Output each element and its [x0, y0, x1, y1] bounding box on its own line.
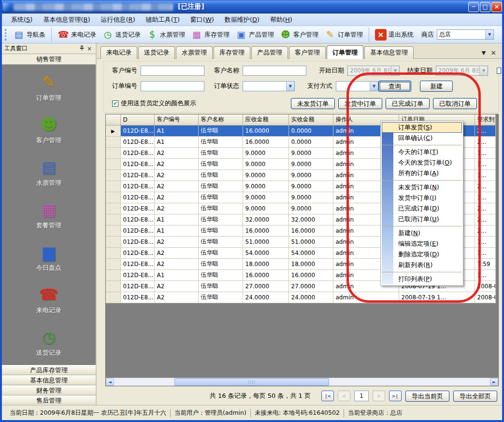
minimize-button[interactable]: ─	[468, 2, 479, 12]
column-header-customer-name[interactable]: 客户名称	[198, 114, 243, 125]
toolbar-button[interactable]: ✎ 订单管理	[321, 28, 366, 42]
context-menu-item[interactable]: 打印列表(P)	[382, 272, 462, 284]
status-bar: 当前日期：2009年6月8日星期一 农历己丑[牛]年五月十六 当前用户：管理员(…	[2, 406, 502, 420]
context-menu-item[interactable]: 未发货订单(N)	[382, 180, 462, 193]
next-page-button[interactable]: >	[373, 391, 385, 401]
sidebar-section-bar[interactable]: 基本信息管理	[2, 375, 96, 385]
enable-checkbox[interactable]	[497, 68, 501, 74]
end-date-picker[interactable]: 2009年 6月 8日 ▼	[436, 66, 488, 76]
prev-page-button[interactable]: <	[338, 391, 350, 401]
column-header-customer-code[interactable]: 客户编号	[154, 114, 198, 125]
menu-item[interactable]: 系统(S)	[6, 14, 38, 26]
toolbar-button[interactable]: ◷ 送货记录	[99, 28, 144, 42]
sidebar-item[interactable]: ☎ 来电记录	[2, 284, 96, 322]
start-date-label: 开始日期	[319, 66, 344, 75]
sidebar-item[interactable]: ✎ 订单管理	[2, 71, 96, 109]
context-menu-item[interactable]: 今天的订单(T)	[382, 145, 462, 157]
shop-combobox[interactable]: 总店 ▼	[437, 29, 494, 40]
context-menu-item[interactable]: 删除选定项(D)	[382, 249, 462, 260]
calendar-grid-icon: ▦	[191, 29, 202, 41]
column-header-id[interactable]: D	[120, 114, 154, 125]
toolbar-button[interactable]: $ 水票管理	[144, 28, 188, 42]
first-page-button[interactable]: |<	[321, 391, 334, 401]
tab[interactable]: 送货记录	[138, 46, 175, 59]
tab[interactable]: 客户管理	[289, 46, 326, 59]
menu-item[interactable]: 窗口(W)	[185, 14, 219, 26]
maximize-button[interactable]: □	[480, 2, 490, 12]
tab[interactable]: 水票管理	[176, 46, 213, 59]
horizontal-scrollbar[interactable]: ◄ ►	[106, 378, 498, 386]
sidebar-section-bar[interactable]: 财务管理	[2, 385, 96, 395]
tab[interactable]: 来电记录	[101, 46, 137, 59]
tab[interactable]: 订单管理	[327, 45, 363, 59]
tab-dropdown-icon[interactable]: ▼	[482, 50, 486, 56]
order-status-filter-button[interactable]: 已完成订单	[386, 98, 430, 109]
sidebar-section-sales[interactable]: 销售管理	[2, 54, 96, 65]
context-menu-item[interactable]: 刷新列表(R)	[382, 260, 462, 270]
last-page-button[interactable]: >|	[389, 391, 402, 401]
column-header-selector[interactable]	[106, 114, 120, 125]
toolbar-button[interactable]: ☎ 来电记录	[51, 28, 99, 42]
tab-close-icon[interactable]: ×	[490, 49, 496, 56]
tab[interactable]: 基本信息管理	[364, 46, 414, 59]
sidebar-item[interactable]: ◷ 送货记录	[2, 326, 96, 364]
sidebar-item[interactable]: ☻ 客户管理	[2, 114, 96, 152]
customer-code-input[interactable]	[141, 66, 204, 76]
customer-name-label: 客户名称	[214, 66, 239, 75]
close-button[interactable]: ×	[491, 2, 502, 12]
scroll-right-icon[interactable]: ►	[490, 378, 498, 386]
toolbar-button[interactable]: ▤ 导航条	[10, 28, 48, 42]
context-menu-item[interactable]: 编辑选定项(E)	[382, 239, 462, 249]
menu-item[interactable]: 运行信息(R)	[96, 14, 141, 26]
pin-icon[interactable]	[78, 45, 86, 52]
sidebar-section-bar[interactable]: 售后管理	[2, 395, 96, 406]
scrollbar-thumb[interactable]	[174, 378, 329, 386]
color-display-checkbox[interactable]: ✔	[112, 100, 118, 107]
toolbar-button[interactable]: ▣ 产品管理	[232, 28, 277, 42]
query-button[interactable]: 查询	[378, 81, 411, 92]
context-menu-item[interactable]: 已完成订单(D)	[382, 203, 462, 214]
order-status-filter-button[interactable]: 发货中订单	[338, 98, 382, 109]
new-button[interactable]: 新建	[420, 81, 453, 92]
menu-item[interactable]: 辅助工具(T)	[141, 14, 185, 26]
sidebar-item[interactable]: ▤ 水票管理	[2, 156, 96, 194]
context-menu-item[interactable]: 发货中订单(I)	[382, 193, 462, 203]
order-status-filter-button[interactable]: 已取消订单	[433, 98, 477, 109]
export-current-page-button[interactable]: 导出当前页	[405, 391, 449, 402]
customer-name-input[interactable]	[243, 66, 306, 76]
sidebar-item[interactable]: ▦ 套餐管理	[2, 199, 96, 237]
column-header-received[interactable]: 实收金额	[288, 114, 333, 125]
export-all-pages-button[interactable]: 导出全部页	[453, 391, 497, 402]
toolbar-button[interactable]: ☻ 客户管理	[277, 28, 321, 42]
context-menu-item[interactable]: 今天的发货订单(O)	[382, 157, 462, 168]
table-row[interactable]: ▶ 012D-E8... A2 伍华聪 24.0000 24.0000 admi…	[106, 292, 495, 303]
column-header-receivable[interactable]: 应收金额	[243, 114, 288, 125]
tab[interactable]: 产品管理	[251, 46, 288, 59]
start-date-picker[interactable]: 2009年 6月 8日 ▼	[347, 66, 400, 76]
context-menu-item[interactable]: 新建(N)	[382, 226, 462, 239]
chevron-down-icon[interactable]: ▼	[286, 82, 294, 91]
toolbar-button[interactable]: ▦ 库存管理	[188, 28, 232, 42]
order-code-input[interactable]	[141, 81, 204, 91]
menu-item[interactable]: 基本信息管理(B)	[38, 14, 95, 26]
column-header-required-date[interactable]: 要求到货日期	[475, 114, 495, 125]
context-menu-item[interactable]: 回单确认(C)	[382, 133, 462, 143]
context-menu-item[interactable]: 订单发货(S)	[382, 122, 462, 133]
sidebar-item[interactable]: ▆ 今日盘点	[2, 241, 96, 279]
toolbar-button[interactable]: × 退出系统	[369, 28, 417, 42]
order-status-select[interactable]: ▼	[243, 81, 295, 91]
context-menu-item[interactable]: 所有的订单(A)	[382, 168, 462, 179]
context-menu-item[interactable]: 已取消订单(U)	[382, 214, 462, 225]
menu-item[interactable]: 帮助(H)	[265, 14, 298, 26]
scroll-left-icon[interactable]: ◄	[106, 378, 114, 386]
chevron-down-icon[interactable]: ▼	[370, 82, 378, 91]
tab[interactable]: 库存管理	[214, 46, 250, 59]
page-number-input[interactable]	[354, 391, 369, 401]
close-icon[interactable]: ×	[86, 45, 93, 52]
toolbar-grip-handle[interactable]	[5, 29, 8, 41]
order-status-filter-button[interactable]: 未发货订单	[291, 98, 335, 109]
pay-method-select[interactable]: ▼	[336, 81, 378, 91]
chevron-down-icon[interactable]: ▼	[485, 30, 493, 39]
sidebar-section-bar[interactable]: 产品库存管理	[2, 365, 96, 375]
menu-item[interactable]: 数据维护(D)	[219, 14, 265, 26]
